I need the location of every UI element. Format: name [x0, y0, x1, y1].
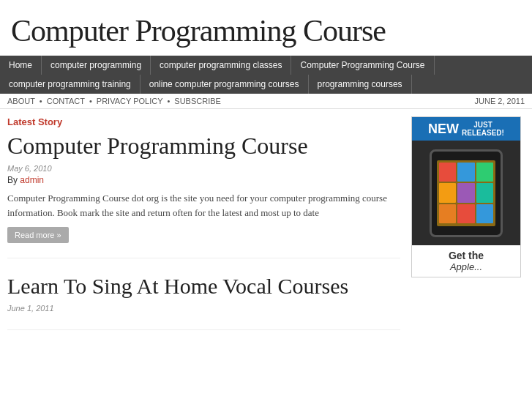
book-8: [457, 204, 474, 224]
bullet-2: •: [89, 97, 92, 105]
sidebar: NEW JUSTRELEASED!: [411, 116, 525, 345]
book-1: [439, 163, 456, 182]
contact-link[interactable]: CONTACT: [47, 97, 85, 105]
ad-apple-text: Apple...: [415, 261, 517, 272]
article-1: Computer Programming Course May 6, 2010 …: [7, 132, 400, 258]
latest-story-label: Latest Story: [7, 116, 400, 127]
nav-programming-courses[interactable]: programming courses: [309, 75, 412, 94]
ad-new-text: NEW: [428, 122, 459, 137]
article-1-title-link[interactable]: Computer Programming Course: [7, 133, 308, 159]
nav-training[interactable]: computer programming training: [0, 75, 141, 94]
ipad-device: [430, 149, 503, 237]
ad-badge: NEW JUSTRELEASED!: [412, 117, 520, 141]
sidebar-ad: NEW JUSTRELEASED!: [411, 116, 521, 277]
article-1-author: By admin: [7, 175, 400, 185]
book-7: [439, 204, 456, 224]
book-3: [476, 163, 493, 182]
ad-bottom-text: Get the Apple...: [412, 245, 520, 277]
nav-home[interactable]: Home: [0, 56, 42, 75]
main-layout: Latest Story Computer Programming Course…: [0, 109, 532, 345]
meta-links: ABOUT • CONTACT • PRIVACY POLICY • SUBSC…: [7, 97, 221, 105]
nav-computer-programming[interactable]: computer programming: [42, 56, 151, 75]
ad-get-text: Get the: [415, 250, 517, 261]
about-link[interactable]: ABOUT: [7, 97, 35, 105]
meta-date: JUNE 2, 2011: [475, 97, 525, 105]
article-2-date: June 1, 2011: [7, 304, 400, 313]
secondary-nav: computer programming training online com…: [0, 75, 532, 94]
primary-nav: Home computer programming computer progr…: [0, 56, 532, 75]
bullet-1: •: [40, 97, 42, 105]
nav-online-courses[interactable]: online computer programming courses: [141, 75, 309, 94]
site-header: Computer Programming Course: [0, 0, 532, 56]
nav-course[interactable]: Computer Programming Course: [291, 56, 434, 75]
bullet-3: •: [167, 97, 170, 105]
article-2-title-link[interactable]: Learn To Sing At Home Vocal Courses: [7, 274, 348, 298]
ipad-screen: [437, 160, 495, 226]
nav-classes[interactable]: computer programming classes: [151, 56, 291, 75]
book-2: [457, 163, 474, 182]
book-9: [476, 204, 493, 224]
site-title: Computer Programming Course: [11, 13, 521, 48]
article-1-title: Computer Programming Course: [7, 132, 400, 160]
article-1-excerpt: Computer Programming Course dot org is t…: [7, 191, 400, 220]
book-4: [439, 183, 456, 203]
book-5: [457, 183, 474, 203]
meta-bar: ABOUT • CONTACT • PRIVACY POLICY • SUBSC…: [0, 94, 532, 109]
ad-released-text: JUSTRELEASED!: [462, 121, 504, 137]
article-1-read-more[interactable]: Read more »: [7, 227, 69, 243]
article-2: Learn To Sing At Home Vocal Courses June…: [7, 273, 400, 330]
content-area: Latest Story Computer Programming Course…: [7, 116, 400, 345]
article-1-author-link[interactable]: admin: [20, 175, 44, 185]
subscribe-link[interactable]: SUBSCRIBE: [174, 97, 221, 105]
book-6: [476, 183, 493, 203]
privacy-link[interactable]: PRIVACY POLICY: [97, 97, 162, 105]
article-2-title: Learn To Sing At Home Vocal Courses: [7, 273, 400, 299]
article-1-date: May 6, 2010: [7, 164, 400, 173]
ad-ipad-area: [412, 141, 520, 245]
